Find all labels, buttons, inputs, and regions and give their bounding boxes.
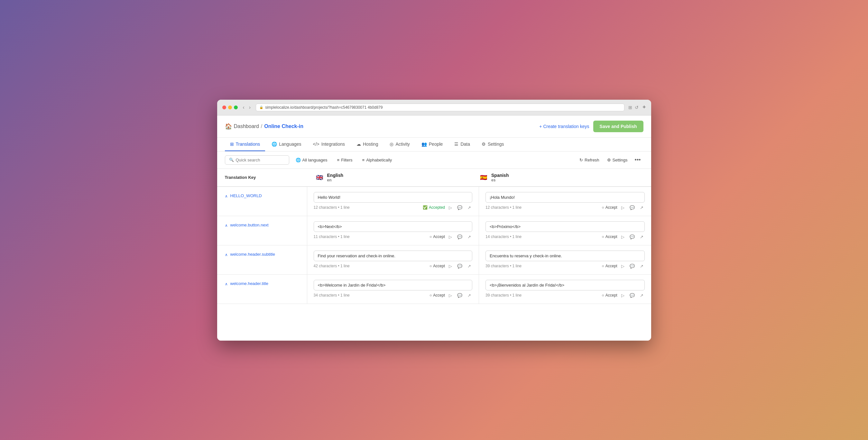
translation-input-es[interactable]: <b>¡Bienvenidos al Jardín de Frida!</b> (486, 280, 645, 290)
play-button-es[interactable]: ▷ (620, 292, 626, 298)
filters-button[interactable]: ≡ Filters (334, 156, 356, 164)
tab-settings[interactable]: ⚙ Settings (476, 138, 509, 151)
play-button-en[interactable]: ▷ (447, 205, 453, 211)
accept-button-en[interactable]: ○ Accept (430, 264, 445, 268)
char-info-en: 42 characters • 1 line (314, 264, 427, 268)
translation-key-label[interactable]: welcome.header.title (230, 281, 269, 286)
translation-cell-es: ¡Hola Mundo! 12 characters • 1 line ○ Ac… (479, 187, 651, 216)
comment-button-en[interactable]: 💬 (456, 205, 464, 211)
tab-integrations[interactable]: </> Integrations (308, 138, 350, 151)
tab-people[interactable]: 👥 People (416, 138, 448, 151)
spanish-lang-info: Spanish es (491, 173, 509, 182)
chevron-up-icon[interactable]: ∧ (225, 252, 228, 257)
alphabetically-button[interactable]: ≡ Alphabetically (359, 156, 395, 164)
translation-key-label[interactable]: welcome.header.subtitle (230, 252, 275, 257)
translation-input-en[interactable]: Hello World! (314, 192, 473, 202)
expand-button-es[interactable]: ↗ (639, 234, 645, 240)
reload-icon[interactable]: ↺ (635, 105, 639, 110)
translation-input-en[interactable]: <b>Welcome in Jardín de Frida!</b> (314, 280, 473, 290)
check-circle-icon: ✅ (423, 205, 428, 210)
accept-button-es[interactable]: ○ Accept (602, 234, 617, 239)
expand-button-en[interactable]: ↗ (466, 234, 472, 240)
play-button-en[interactable]: ▷ (447, 292, 453, 298)
expand-button-es[interactable]: ↗ (639, 205, 645, 211)
play-button-es[interactable]: ▷ (620, 205, 626, 211)
expand-button-en[interactable]: ↗ (466, 263, 472, 269)
comment-button-es[interactable]: 💬 (628, 205, 636, 211)
browser-nav-buttons: ‹ › (242, 104, 252, 111)
play-button-en[interactable]: ▷ (447, 234, 453, 240)
address-bar[interactable]: 🔒 simplelocalize.io/dashboard/projects/?… (256, 103, 624, 111)
accept-button-en[interactable]: ○ Accept (430, 293, 445, 297)
english-flag: 🇬🇧 (315, 173, 324, 182)
accept-button-es[interactable]: ○ Accept (602, 293, 617, 297)
comment-button-es[interactable]: 💬 (628, 292, 636, 298)
back-button[interactable]: ‹ (242, 104, 246, 111)
translation-key-label[interactable]: HELLO_WORLD (230, 193, 262, 198)
refresh-icon: ↻ (580, 158, 583, 162)
maximize-button[interactable] (234, 105, 238, 109)
activity-tab-icon: ◎ (390, 142, 394, 147)
accept-button-en[interactable]: ○ Accept (430, 234, 445, 239)
comment-button-es[interactable]: 💬 (628, 234, 636, 240)
create-translation-keys-button[interactable]: + Create translation keys (539, 124, 589, 129)
tab-data[interactable]: ☰ Data (449, 138, 475, 151)
col-header-key: Translation Key (225, 173, 315, 182)
spanish-flag: 🇪🇸 (479, 173, 488, 182)
translation-input-es[interactable]: Encuentra tu reserva y check-in online. (486, 251, 645, 261)
browser-chrome: ‹ › 🔒 simplelocalize.io/dashboard/projec… (217, 100, 651, 116)
search-input[interactable] (236, 158, 281, 162)
accept-circle-icon: ○ (602, 293, 604, 297)
translations-tab-label: Translations (236, 142, 260, 147)
expand-button-es[interactable]: ↗ (639, 263, 645, 269)
play-button-es[interactable]: ▷ (620, 234, 626, 240)
all-languages-button[interactable]: 🌐 All languages (292, 156, 331, 164)
breadcrumb-current[interactable]: Online Check-in (264, 124, 303, 129)
breadcrumb: 🏠 Dashboard / Online Check-in (225, 123, 304, 130)
translation-input-en[interactable]: Find your reservation and check-in onlin… (314, 251, 473, 261)
accept-circle-icon: ○ (602, 205, 604, 210)
close-button[interactable] (222, 105, 226, 109)
translation-input-es[interactable]: <b>Próximo</b> (486, 221, 645, 232)
save-and-publish-button[interactable]: Save and Publish (593, 121, 644, 132)
play-button-es[interactable]: ▷ (620, 263, 626, 269)
comment-button-es[interactable]: 💬 (628, 263, 636, 269)
add-tab-button[interactable]: + (643, 104, 646, 111)
expand-button-es[interactable]: ↗ (639, 292, 645, 298)
data-tab-label: Data (460, 142, 470, 147)
tab-activity[interactable]: ◎ Activity (384, 138, 415, 151)
accept-button-es[interactable]: ○ Accept (602, 264, 617, 268)
search-box[interactable]: 🔍 (225, 155, 289, 165)
minimize-button[interactable] (228, 105, 232, 109)
refresh-button[interactable]: ↻ Refresh (576, 156, 602, 164)
settings-button[interactable]: ⚙ Settings (604, 156, 631, 164)
translation-input-es[interactable]: ¡Hola Mundo! (486, 192, 645, 202)
forward-button[interactable]: › (248, 104, 252, 111)
chevron-up-icon[interactable]: ∧ (225, 282, 228, 286)
expand-button-en[interactable]: ↗ (466, 292, 472, 298)
more-options-button[interactable]: ••• (632, 155, 644, 165)
languages-tab-label: Languages (279, 142, 301, 147)
people-tab-icon: 👥 (422, 142, 427, 147)
tab-languages[interactable]: 🌐 Languages (267, 138, 306, 151)
key-cell: ∧ welcome.header.title (217, 275, 307, 304)
chevron-up-icon[interactable]: ∧ (225, 223, 228, 228)
comment-button-en[interactable]: 💬 (456, 234, 464, 240)
table-row: ∧ welcome.header.title <b>Welcome in Jar… (217, 275, 651, 304)
tab-hosting[interactable]: ☁ Hosting (351, 138, 383, 151)
comment-button-en[interactable]: 💬 (456, 292, 464, 298)
translation-key-label[interactable]: welcome.button.next (230, 223, 269, 227)
globe-icon: 🌐 (296, 158, 301, 162)
cell-footer-es: 39 characters • 1 line ○ Accept ▷ 💬 ↗ (486, 263, 645, 269)
comment-button-en[interactable]: 💬 (456, 263, 464, 269)
accept-button-es[interactable]: ○ Accept (602, 205, 617, 210)
char-info-es: 39 characters • 1 line (486, 264, 599, 268)
chevron-up-icon[interactable]: ∧ (225, 194, 228, 198)
play-button-en[interactable]: ▷ (447, 263, 453, 269)
accept-circle-icon: ○ (602, 234, 604, 239)
expand-button-en[interactable]: ↗ (466, 205, 472, 211)
translation-input-en[interactable]: <b>Next</b> (314, 221, 473, 232)
extensions-icon[interactable]: ⊞ (628, 105, 632, 110)
breadcrumb-parent[interactable]: Dashboard (234, 124, 259, 129)
tab-translations[interactable]: ⊞ Translations (225, 138, 266, 151)
